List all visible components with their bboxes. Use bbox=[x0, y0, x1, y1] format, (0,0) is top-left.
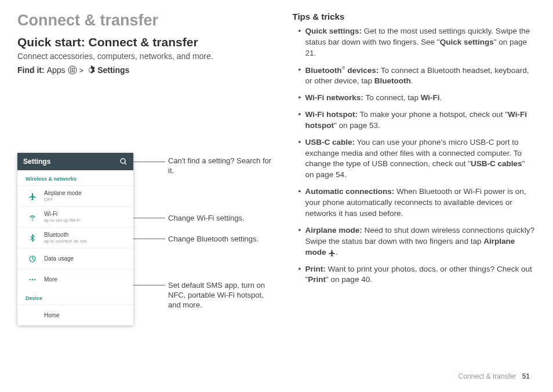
wifi-icon bbox=[26, 213, 39, 221]
gear-icon bbox=[86, 65, 95, 75]
subtitle: Connect accessories, computers, networks… bbox=[17, 52, 269, 61]
svg-point-15 bbox=[34, 279, 35, 280]
footer-title: Connect & transfer bbox=[459, 372, 516, 380]
footer: Connect & transfer 51 bbox=[459, 372, 530, 380]
callout-more: Set default SMS app, turn on NFC, portab… bbox=[168, 281, 278, 310]
callout-wifi: Change Wi-Fi settings. bbox=[168, 214, 278, 224]
tip-airplane: Airplane mode: Need to shut down wireles… bbox=[298, 225, 536, 258]
setting-home[interactable]: Home bbox=[17, 305, 133, 325]
section-heading: Quick start: Connect & transfer bbox=[17, 35, 269, 49]
data-icon bbox=[26, 255, 39, 263]
callout-line bbox=[133, 162, 165, 162]
callout-line bbox=[133, 239, 165, 239]
airplane-icon bbox=[26, 192, 39, 200]
settings-text: Settings bbox=[97, 65, 129, 75]
setting-airplane[interactable]: Airplane mode OFF bbox=[17, 185, 133, 206]
apps-text: Apps bbox=[47, 65, 66, 75]
more-icon bbox=[26, 276, 39, 284]
svg-point-9 bbox=[74, 71, 75, 72]
svg-point-1 bbox=[70, 68, 71, 69]
setting-wifi[interactable]: Wi-Fi ap to set up Wi-Fi bbox=[17, 206, 133, 227]
setting-bluetooth[interactable]: Bluetooth ap to connect de ces bbox=[17, 227, 133, 248]
bt-title: Bluetooth bbox=[44, 232, 87, 238]
airplane-icon bbox=[328, 249, 336, 257]
svg-line-11 bbox=[125, 163, 126, 164]
setting-more[interactable]: More bbox=[17, 269, 133, 290]
more-title: More bbox=[44, 276, 57, 283]
svg-point-8 bbox=[72, 71, 73, 72]
callout-bt: Change Bluetooth settings. bbox=[168, 235, 278, 244]
find-it-line: Find it: Apps > Settings bbox=[17, 65, 269, 75]
section-device: Device bbox=[17, 290, 133, 305]
tip-hotspot: Wi-Fi hotspot: To make your phone a hots… bbox=[298, 109, 536, 131]
bluetooth-icon bbox=[26, 234, 39, 242]
callout-line bbox=[133, 218, 165, 218]
tips-heading: Tips & tricks bbox=[292, 12, 536, 21]
setting-data[interactable]: Data usage bbox=[17, 248, 133, 269]
tip-wifi: Wi-Fi networks: To connect, tap Wi-Fi. bbox=[298, 93, 536, 104]
tip-usb: USB-C cable: You can use your phone's mi… bbox=[298, 137, 536, 181]
data-title: Data usage bbox=[44, 255, 74, 262]
search-icon[interactable] bbox=[119, 157, 128, 166]
svg-point-10 bbox=[121, 159, 125, 163]
airplane-title: Airplane mode bbox=[44, 190, 81, 196]
callout-line bbox=[133, 285, 165, 285]
svg-point-5 bbox=[72, 69, 73, 71]
callout-search: Can't find a setting? Search for it. bbox=[168, 156, 278, 176]
tip-bluetooth: Bluetooth® devices: To connect a Bluetoo… bbox=[298, 65, 536, 87]
svg-point-4 bbox=[70, 69, 71, 71]
svg-point-3 bbox=[74, 68, 75, 69]
section-wireless: Wireless & networks bbox=[17, 170, 133, 185]
svg-point-7 bbox=[70, 71, 71, 72]
find-it-prefix: Find it: bbox=[17, 65, 45, 75]
phone-title: Settings bbox=[23, 157, 50, 166]
svg-point-2 bbox=[72, 68, 73, 69]
chevron-icon: > bbox=[79, 66, 84, 75]
bt-sub: ap to connect de ces bbox=[44, 239, 87, 244]
phone-mockup: Settings Wireless & networks Airplane mo… bbox=[17, 153, 133, 325]
wifi-title: Wi-Fi bbox=[44, 211, 81, 217]
svg-point-14 bbox=[32, 279, 33, 280]
tip-auto: Automatic connections: When Bluetooth or… bbox=[298, 186, 536, 219]
svg-point-6 bbox=[74, 69, 75, 71]
svg-point-13 bbox=[30, 279, 31, 280]
footer-page: 51 bbox=[522, 372, 530, 380]
airplane-sub: OFF bbox=[44, 197, 81, 202]
tip-quick: Quick settings: Get to the most used set… bbox=[298, 26, 536, 59]
tips-list: Quick settings: Get to the most used set… bbox=[292, 26, 536, 285]
apps-icon bbox=[68, 65, 77, 75]
home-title: Home bbox=[44, 312, 60, 318]
tip-print: Print: Want to print your photos, docs, … bbox=[298, 264, 536, 286]
page-title: Connect & transfer bbox=[17, 12, 269, 30]
wifi-sub: ap to set up Wi-Fi bbox=[44, 218, 81, 223]
